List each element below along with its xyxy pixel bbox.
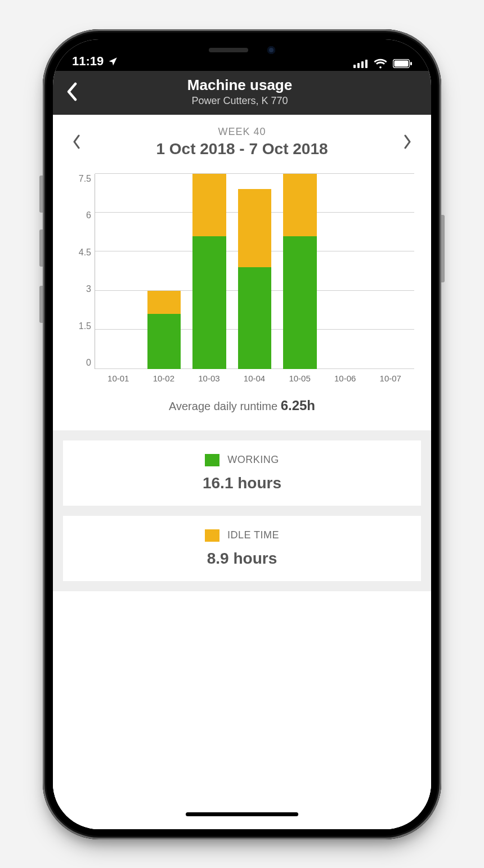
chart-card: 7.564.531.50 10-0110-0210-0310-0410-0510… — [53, 161, 431, 430]
working-summary-card: WORKING 16.1 hours — [63, 440, 421, 506]
svg-rect-3 — [365, 60, 368, 68]
idle-swatch-icon — [205, 529, 219, 542]
bar — [329, 174, 362, 369]
bar-slot — [322, 174, 368, 369]
bar — [374, 174, 407, 369]
screen: 11:19 — [53, 39, 431, 829]
svg-rect-0 — [353, 65, 356, 68]
x-axis-tick: 10-04 — [232, 374, 277, 383]
bar-segment-idle — [147, 291, 181, 314]
home-indicator-area — [53, 803, 431, 829]
svg-rect-2 — [361, 61, 364, 68]
x-axis-tick: 10-07 — [368, 374, 413, 383]
home-indicator[interactable] — [186, 812, 298, 816]
y-axis: 7.564.531.50 — [70, 174, 95, 388]
nav-header: Machine usage Power Cutters, K 770 — [53, 71, 431, 115]
idle-label: IDLE TIME — [227, 529, 279, 541]
location-arrow-icon — [108, 56, 118, 66]
bar — [283, 174, 317, 369]
x-axis-tick: 10-06 — [322, 374, 368, 383]
svg-rect-5 — [395, 60, 409, 66]
front-camera — [267, 46, 275, 54]
bar-segment-idle — [283, 174, 317, 236]
working-legend: WORKING — [69, 454, 415, 466]
chevron-right-icon — [403, 134, 412, 150]
nav-titles: Machine usage Power Cutters, K 770 — [57, 77, 422, 107]
wifi-icon — [374, 59, 387, 69]
bar-slot — [277, 174, 322, 369]
bar-segment-working — [238, 267, 272, 368]
chevron-left-icon — [72, 134, 81, 150]
y-axis-tick: 4.5 — [70, 248, 91, 258]
usage-chart: 7.564.531.50 10-0110-0210-0310-0410-0510… — [70, 174, 414, 388]
prev-week-button[interactable] — [64, 129, 89, 154]
y-axis-tick: 3 — [70, 284, 91, 294]
working-value: 16.1 hours — [69, 474, 415, 492]
nav-title: Machine usage — [57, 77, 422, 94]
y-axis-tick: 0 — [70, 358, 91, 368]
battery-icon — [393, 59, 412, 68]
bar-slot — [368, 174, 413, 369]
idle-legend: IDLE TIME — [69, 529, 415, 542]
bar-segment-idle — [238, 189, 272, 267]
summary-section: WORKING 16.1 hours IDLE TIME 8.9 hours — [53, 430, 431, 591]
bar-slot — [96, 174, 141, 369]
idle-value: 8.9 hours — [69, 550, 415, 568]
svg-rect-6 — [410, 62, 412, 65]
bar-segment-working — [192, 236, 226, 369]
working-swatch-icon — [205, 454, 219, 466]
x-axis-tick: 10-03 — [186, 374, 232, 383]
date-range: 1 Oct 2018 - 7 Oct 2018 — [89, 140, 395, 158]
status-right — [353, 59, 412, 69]
y-axis-tick: 6 — [70, 210, 91, 221]
status-time: 11:19 — [72, 54, 104, 69]
next-week-button[interactable] — [395, 129, 420, 154]
plot-wrap: 10-0110-0210-0310-0410-0510-0610-07 — [95, 174, 414, 388]
bar-slot — [232, 174, 277, 369]
bar — [102, 174, 136, 369]
period-selector: WEEK 40 1 Oct 2018 - 7 Oct 2018 — [53, 115, 431, 161]
bar-segment-working — [283, 236, 317, 369]
idle-summary-card: IDLE TIME 8.9 hours — [63, 516, 421, 581]
content: WEEK 40 1 Oct 2018 - 7 Oct 2018 7.564.53… — [53, 115, 431, 829]
x-axis-tick: 10-05 — [277, 374, 322, 383]
plot-area — [95, 174, 414, 369]
bars — [95, 174, 414, 369]
average-value: 6.25h — [281, 398, 315, 413]
week-label: WEEK 40 — [89, 126, 395, 138]
y-axis-tick: 7.5 — [70, 174, 91, 184]
cellular-signal-icon — [353, 59, 368, 68]
working-label: WORKING — [227, 454, 279, 466]
status-left: 11:19 — [72, 54, 118, 69]
content-spacer — [53, 591, 431, 803]
bar-segment-idle — [192, 174, 226, 236]
y-axis-tick: 1.5 — [70, 321, 91, 331]
period-center: WEEK 40 1 Oct 2018 - 7 Oct 2018 — [89, 126, 395, 158]
x-axis: 10-0110-0210-0310-0410-0510-0610-07 — [95, 368, 414, 388]
svg-rect-1 — [357, 63, 360, 68]
bar-segment-working — [147, 314, 181, 368]
bar-slot — [141, 174, 186, 369]
nav-subtitle: Power Cutters, K 770 — [57, 95, 422, 107]
notch — [158, 39, 326, 61]
phone-frame: 11:19 — [43, 29, 441, 839]
bar — [238, 174, 272, 369]
bar — [147, 174, 181, 369]
average-runtime: Average daily runtime 6.25h — [70, 398, 414, 413]
x-axis-tick: 10-02 — [141, 374, 187, 383]
bar-slot — [187, 174, 232, 369]
bar — [192, 174, 226, 369]
speaker-grill — [209, 48, 248, 52]
average-label: Average daily runtime — [169, 400, 281, 412]
x-axis-tick: 10-01 — [96, 374, 141, 383]
